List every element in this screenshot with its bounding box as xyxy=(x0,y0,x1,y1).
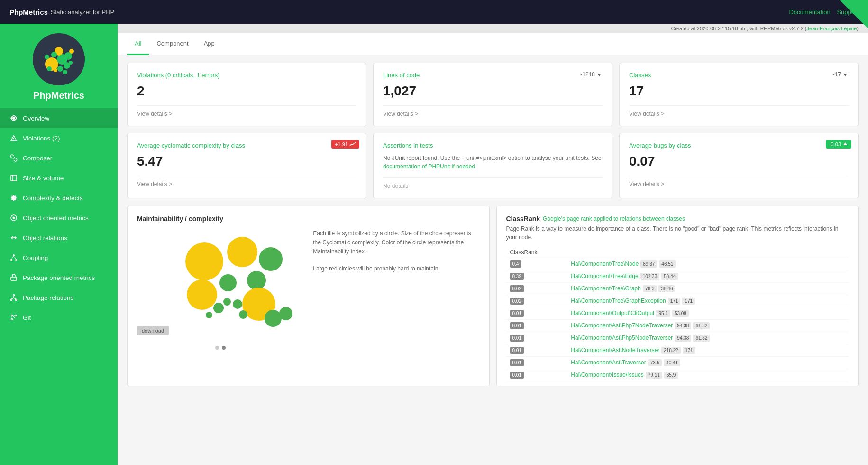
card-complexity-footer[interactable]: View details > xyxy=(137,176,356,187)
card-violations-value: 2 xyxy=(137,84,356,99)
sidebar-item-object-oriented-metrics[interactable]: Object oriented metrics xyxy=(0,208,118,228)
arrows-icon xyxy=(9,233,18,242)
sidebar-item-object-relations[interactable]: Object relations xyxy=(0,228,118,248)
page-dot-2[interactable] xyxy=(222,346,226,350)
table-row: 0.01 Hal\Component\Ast\Traverser73.540.4… xyxy=(506,357,849,369)
meta-link[interactable]: Jean-François Lépine xyxy=(807,26,857,31)
pagination-dots xyxy=(137,346,303,350)
card-classes-footer[interactable]: View details > xyxy=(629,105,849,117)
logo-svg xyxy=(37,38,80,81)
maintainability-desc2: Large red circles will be probably hard … xyxy=(313,264,479,273)
main-layout: PhpMetrics Overview Violations (2) Compo… xyxy=(0,24,868,465)
sidebar-label-package-oriented-metrics: Package oriented metrics xyxy=(23,274,95,281)
bubble-chart xyxy=(171,228,294,333)
svg-point-40 xyxy=(206,312,212,318)
classrank-table: ClassRank 0.4 Hal\Component\Tree\Node89.… xyxy=(506,247,849,381)
sidebar-label-complexity-defects: Complexity & defects xyxy=(23,195,83,202)
card-complexity-value: 5.47 xyxy=(137,154,356,169)
rank-cell: 0.01 xyxy=(506,320,567,332)
card-avg-bugs: Average bugs by class -0.03 0.07 View de… xyxy=(619,133,859,198)
svg-point-18 xyxy=(10,259,12,261)
tab-all[interactable]: All xyxy=(127,33,149,55)
v1-cell xyxy=(822,295,835,307)
page-dot-1[interactable] xyxy=(215,346,219,350)
card-lines-title: Lines of code xyxy=(383,72,603,79)
v1-cell xyxy=(822,307,835,320)
package-icon xyxy=(9,273,18,282)
sidebar-label-size-volume: Size & volume xyxy=(23,175,64,182)
git-icon xyxy=(9,313,18,322)
phpunit-link[interactable]: documentation of PHPUnit if needed xyxy=(383,163,475,170)
documentation-link[interactable]: Documentation xyxy=(789,9,830,16)
gear-icon xyxy=(9,194,18,202)
maintainability-desc1: Each file is symbolized by a circle. Siz… xyxy=(313,229,479,257)
v2-cell xyxy=(835,270,849,283)
card-violations-footer[interactable]: View details > xyxy=(137,105,356,117)
brand: PhpMetrics Static analyzer for PHP xyxy=(9,8,114,16)
table-row: 0.02 Hal\Component\Tree\GraphException17… xyxy=(506,295,849,307)
resize-icon xyxy=(9,174,18,182)
svg-point-43 xyxy=(279,307,292,320)
table-row: 0.01 Hal\Component\Issue\Issues79.1165.9 xyxy=(506,369,849,381)
tab-app[interactable]: App xyxy=(196,33,222,55)
name-cell: Hal\Component\Output\CliOutput95.153.08 xyxy=(567,307,822,320)
classrank-col-header: ClassRank xyxy=(506,247,567,258)
sidebar-item-git[interactable]: Git xyxy=(0,307,118,327)
v1-cell xyxy=(822,283,835,295)
header-links[interactable]: Documentation Support xyxy=(784,9,859,16)
maintainability-title: Maintainability / complexity xyxy=(137,215,303,223)
content-area: Created at 2020-06-27 15:18:55 , with PH… xyxy=(118,24,868,465)
name-cell: Hal\Component\Ast\Php5NodeTraverser94.38… xyxy=(567,332,822,344)
meta-bar: Created at 2020-06-27 15:18:55 , with PH… xyxy=(118,24,868,33)
svg-point-19 xyxy=(15,259,17,261)
sidebar-item-package-oriented-metrics[interactable]: Package oriented metrics xyxy=(0,268,118,288)
rank-cell: 0.01 xyxy=(506,307,567,320)
tree-icon xyxy=(9,293,18,302)
card-assertions-desc: No JUnit report found. Use the --junit=<… xyxy=(383,154,603,171)
table-row: 0.02 Hal\Component\Tree\Graph78.338.46 xyxy=(506,283,849,295)
sidebar-label-violations: Violations (2) xyxy=(23,135,60,142)
sidebar-item-complexity-defects[interactable]: Complexity & defects xyxy=(0,188,118,208)
sidebar-item-size-volume[interactable]: Size & volume xyxy=(0,168,118,188)
svg-point-13 xyxy=(12,117,15,120)
warning-icon xyxy=(9,134,18,142)
svg-point-38 xyxy=(213,303,224,313)
v1-cell xyxy=(822,344,835,357)
eye-icon xyxy=(9,114,18,122)
name-cell: Hal\Component\Tree\Graph78.338.46 xyxy=(567,283,822,295)
svg-point-9 xyxy=(69,61,73,65)
card-violations: Violations (0 criticals, 1 errors) 2 Vie… xyxy=(127,63,366,126)
sidebar-item-package-relations[interactable]: Package relations xyxy=(0,288,118,307)
tab-component[interactable]: Component xyxy=(149,33,196,55)
table-row: 0.01 Hal\Component\Output\CliOutput95.15… xyxy=(506,307,849,320)
table-row: 0.4 Hal\Component\Tree\Node89.3746.51 xyxy=(506,258,849,270)
tabs-bar: All Component App xyxy=(118,33,868,55)
v2-cell xyxy=(835,320,849,332)
sidebar: PhpMetrics Overview Violations (2) Compo… xyxy=(0,24,118,465)
v2-cell xyxy=(835,307,849,320)
sidebar-item-overview[interactable]: Overview xyxy=(0,108,118,128)
svg-point-42 xyxy=(265,310,282,327)
svg-point-16 xyxy=(13,217,15,219)
v2-cell xyxy=(835,295,849,307)
svg-line-20 xyxy=(11,256,14,259)
card-assertions: Assertions in tests No JUnit report foun… xyxy=(373,133,612,198)
rank-cell: 0.01 xyxy=(506,332,567,344)
sidebar-nav: Overview Violations (2) Composer Size & … xyxy=(0,108,118,327)
v1-cell xyxy=(822,258,835,270)
sidebar-label-package-relations: Package relations xyxy=(23,294,73,301)
classrank-link[interactable]: Google's page rank applied to relations … xyxy=(543,215,685,222)
card-bugs-badge: -0.03 xyxy=(826,140,851,149)
sidebar-logo: PhpMetrics xyxy=(0,24,118,108)
table-row: 0.39 Hal\Component\Tree\Edge102.3358.44 xyxy=(506,270,849,283)
card-bugs-footer[interactable]: View details > xyxy=(629,176,849,187)
sidebar-item-composer[interactable]: Composer xyxy=(0,148,118,168)
classrank-col-v2 xyxy=(835,247,849,258)
sidebar-item-violations[interactable]: Violations (2) xyxy=(0,128,118,148)
card-avg-complexity: Average cyclomatic complexity by class +… xyxy=(127,133,366,198)
card-lines-footer[interactable]: View details > xyxy=(383,105,603,117)
sidebar-item-coupling[interactable]: Coupling xyxy=(0,248,118,268)
download-button[interactable]: download xyxy=(137,326,169,335)
svg-point-8 xyxy=(63,70,67,74)
name-cell: Hal\Component\Tree\Node89.3746.51 xyxy=(567,258,822,270)
